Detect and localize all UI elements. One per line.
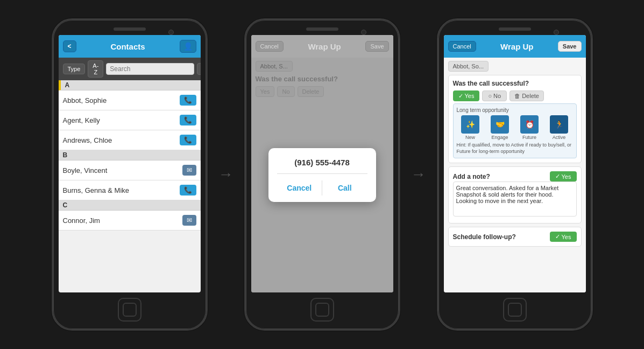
note-yes-check-icon: ✓ — [555, 173, 560, 180]
new-label: New — [465, 135, 475, 140]
save-button-2[interactable]: Save — [365, 41, 388, 52]
speaker-3 — [499, 27, 531, 31]
contact-name: Boyle, Vincent — [63, 166, 182, 174]
dialog-overlay: (916) 555-4478 Cancel Call — [251, 58, 393, 292]
home-button-inner-3 — [508, 303, 522, 317]
call-dialog: (916) 555-4478 Cancel Call — [268, 148, 376, 202]
camera-2 — [361, 30, 366, 35]
wrapup-title-2: Wrap Up — [287, 42, 363, 51]
speaker-1 — [114, 27, 146, 31]
search-input[interactable] — [106, 63, 194, 75]
delete-trash-icon: 🗑 — [514, 93, 520, 99]
contact-row[interactable]: Boyle, Vincent ✉ — [59, 160, 201, 180]
contacts-title: Contacts — [80, 42, 176, 51]
screen-3: Cancel Wrap Up Save Abbot, So... Was the… — [444, 35, 586, 292]
section-a-header: A — [59, 80, 201, 90]
camera-1 — [168, 30, 174, 35]
new-icon: ✨ — [461, 115, 479, 134]
no-button-3[interactable]: ○ No — [482, 90, 507, 101]
camera-3 — [554, 30, 559, 35]
no-radio-icon: ○ — [488, 93, 492, 99]
followup-section: Schedule follow-up? ✓ Yes — [448, 227, 582, 247]
opp-new[interactable]: ✨ New — [461, 115, 479, 140]
contact-name: Connor, Jim — [63, 217, 182, 225]
opp-active[interactable]: 🏃 Active — [550, 115, 568, 140]
contacts-header: < Contacts 👤 — [59, 35, 201, 58]
phone-action-button[interactable]: 📞 — [180, 95, 196, 106]
contacts-user-icon-button[interactable]: 👤 — [180, 40, 196, 53]
followup-row: Schedule follow-up? ✓ Yes — [453, 232, 577, 242]
contacts-toolbar: Type A-Z 🔍 — [59, 58, 201, 80]
phone-action-button[interactable]: 📞 — [180, 135, 196, 145]
opportunity-icons: ✨ New 🤝 Engage ⏰ Future — [457, 115, 573, 140]
opp-future[interactable]: ⏰ Future — [520, 115, 539, 140]
followup-yes-check-icon: ✓ — [555, 233, 560, 240]
back-button[interactable]: < — [63, 40, 76, 52]
contact-row[interactable]: Andrews, Chloe 📞 — [59, 130, 201, 150]
opportunity-box: Long term opportunity ✨ New 🤝 Engage — [453, 103, 577, 158]
phone-action-button[interactable]: 📞 — [180, 185, 196, 196]
contact-name: Agent, Kelly — [63, 116, 180, 124]
active-icon: 🏃 — [550, 115, 568, 134]
type-button[interactable]: Type — [63, 64, 86, 74]
note-yes-label: Yes — [562, 173, 571, 180]
screen-1: < Contacts 👤 Type A-Z 🔍 A Abbot, Sophie … — [59, 35, 201, 292]
contact-name: Andrews, Chloe — [63, 136, 180, 144]
dialog-divider — [277, 173, 367, 174]
dialog-actions: Cancel Call — [277, 180, 367, 196]
followup-yes-label: Yes — [562, 234, 571, 240]
contact-name: Abbot, Sophie — [63, 96, 180, 104]
note-textarea[interactable]: Great conversation. Asked for a Market S… — [453, 182, 577, 217]
az-button[interactable]: A-Z — [88, 60, 103, 78]
yes-check-icon: ✓ — [458, 93, 463, 100]
delete-label-3: Delete — [522, 93, 539, 99]
save-button-3[interactable]: Save — [558, 41, 582, 52]
note-yes-button[interactable]: ✓ Yes — [550, 171, 577, 182]
future-icon: ⏰ — [520, 115, 539, 134]
phone-action-button[interactable]: 📞 — [180, 115, 196, 125]
cancel-button-2[interactable]: Cancel — [256, 41, 284, 52]
home-button-inner-2 — [315, 303, 329, 317]
search-button[interactable]: 🔍 — [197, 63, 200, 75]
dialog-call-button[interactable]: Call — [322, 180, 367, 196]
note-question: Add a note? — [453, 173, 490, 180]
wrapup-body-2: Abbot, S... Was the call successful? Yes… — [251, 58, 393, 292]
call-success-section: Was the call successful? ✓ Yes ○ No 🗑 D — [448, 75, 582, 163]
breadcrumb-3: Abbot, So... — [448, 61, 489, 72]
contact-row[interactable]: Burns, Genna & Mike 📞 — [59, 180, 201, 200]
arrow-1: → — [218, 166, 233, 183]
yes-label-3: Yes — [465, 93, 475, 99]
followup-question: Schedule follow-up? — [453, 233, 516, 241]
contact-row[interactable]: Abbot, Sophie 📞 — [59, 90, 201, 110]
section-b-header: B — [59, 150, 201, 160]
no-label-3: No — [493, 93, 501, 99]
note-row: Add a note? ✓ Yes — [453, 171, 577, 182]
yes-button-3[interactable]: ✓ Yes — [453, 90, 480, 101]
screen-2: Cancel Wrap Up Save Abbot, S... Was the … — [251, 35, 393, 292]
email-action-button[interactable]: ✉ — [182, 215, 196, 226]
future-label: Future — [522, 135, 536, 140]
section-c-header: C — [59, 200, 201, 211]
wrapup-header-2: Cancel Wrap Up Save — [251, 35, 393, 58]
active-label: Active — [553, 135, 566, 140]
speaker-2 — [306, 27, 338, 31]
scene: < Contacts 👤 Type A-Z 🔍 A Abbot, Sophie … — [41, 8, 604, 341]
wrapup-header-3: Cancel Wrap Up Save — [444, 35, 586, 58]
home-button-inner-1 — [123, 303, 137, 317]
dialog-cancel-button[interactable]: Cancel — [277, 180, 322, 196]
home-button-3[interactable] — [503, 298, 527, 322]
engage-label: Engage — [491, 135, 508, 140]
followup-yes-button[interactable]: ✓ Yes — [550, 232, 577, 242]
home-button-1[interactable] — [118, 298, 141, 322]
delete-button-3[interactable]: 🗑 Delete — [509, 90, 544, 101]
phone-2: Cancel Wrap Up Save Abbot, S... Was the … — [244, 18, 400, 331]
home-button-2[interactable] — [310, 298, 334, 322]
contact-row[interactable]: Agent, Kelly 📞 — [59, 110, 201, 130]
contact-row[interactable]: Connor, Jim ✉ — [59, 211, 201, 231]
opportunity-hint: Hint: If qualified, move to Active if re… — [457, 142, 573, 155]
email-action-button[interactable]: ✉ — [182, 165, 196, 176]
cancel-button-3[interactable]: Cancel — [448, 41, 476, 52]
wrapup-body-3: Abbot, So... Was the call successful? ✓ … — [444, 58, 586, 292]
opp-engage[interactable]: 🤝 Engage — [491, 115, 509, 140]
engage-icon: 🤝 — [491, 115, 509, 134]
